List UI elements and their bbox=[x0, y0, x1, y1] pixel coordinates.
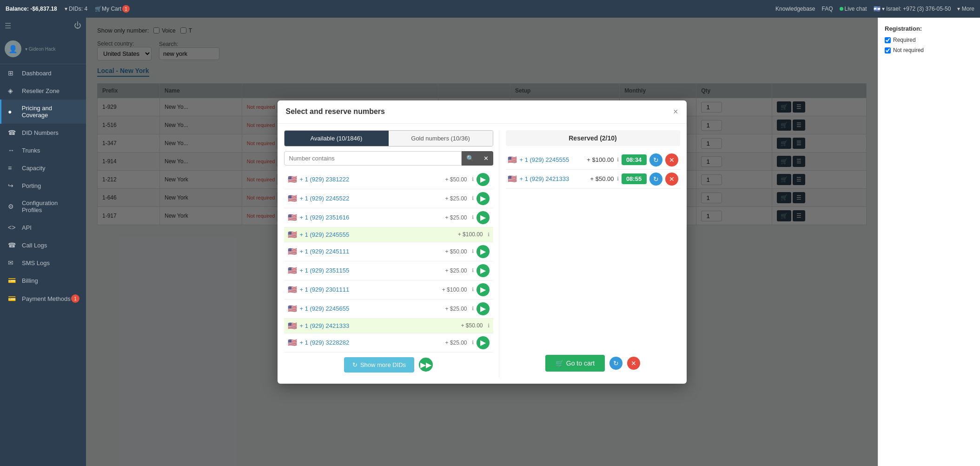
modal-title: Select and reserve numbers bbox=[286, 107, 385, 116]
number-price: + $25.00 bbox=[445, 214, 467, 221]
flag-icon: 🇺🇸 bbox=[288, 213, 297, 222]
add-number-button[interactable]: ▶ bbox=[477, 173, 490, 186]
price-info-icon: ℹ bbox=[472, 340, 474, 346]
add-number-button[interactable]: ▶ bbox=[477, 302, 490, 315]
sidebar-item-dashboard[interactable]: ⊞ Dashboard bbox=[0, 64, 86, 82]
number-list-item: 🇺🇸 + 1 (929) 2245111 + $50.00 ℹ ▶ bbox=[284, 242, 493, 261]
number-list-item: 🇺🇸 + 1 (929) 2381222 + $50.00 ℹ ▶ bbox=[284, 170, 493, 189]
reserved-info-icon: ℹ bbox=[617, 157, 619, 163]
number-price: + $50.00 bbox=[445, 176, 467, 183]
number-search-input[interactable] bbox=[284, 151, 462, 166]
not-required-text: Not required bbox=[893, 47, 924, 53]
add-number-button[interactable]: ▶ bbox=[477, 283, 490, 296]
sidebar-item-pricing-coverage[interactable]: ● Pricing and Coverage bbox=[0, 100, 86, 124]
flag-icon: 🇺🇸 bbox=[288, 338, 297, 347]
payment-badge: 1 bbox=[71, 294, 79, 303]
sidebar-item-billing[interactable]: 💳 Billing bbox=[0, 272, 86, 289]
reserved-list: 🇺🇸 + 1 (929) 2245555 + $100.00 ℹ 08:34 ↻… bbox=[506, 151, 680, 189]
number-list: 🇺🇸 + 1 (929) 2381222 + $50.00 ℹ ▶ 🇺🇸 + 1… bbox=[284, 170, 493, 353]
pricing-icon: ● bbox=[8, 108, 17, 115]
tab-available[interactable]: Available (10/1846) bbox=[285, 131, 389, 146]
sidebar-item-label: Payment Methods bbox=[22, 295, 71, 302]
sidebar-item-capacity[interactable]: ≡ Capacity bbox=[0, 159, 86, 177]
refresh-reserved-button[interactable]: ↻ bbox=[609, 357, 622, 370]
phone-number-link[interactable]: + 1 (929) 2421333 bbox=[300, 322, 458, 329]
remove-number-button[interactable]: ✕ bbox=[665, 173, 678, 186]
cart[interactable]: 🛒 My Cart 1 bbox=[95, 5, 130, 13]
sidebar-controls: ☰ ⏻ bbox=[0, 18, 86, 34]
reserved-price: + $50.00 bbox=[590, 175, 614, 182]
required-checkbox-label[interactable]: Required bbox=[885, 37, 973, 43]
phone-number-link[interactable]: + 1 (929) 2301111 bbox=[300, 286, 439, 293]
sidebar-item-payment-methods[interactable]: 💳 Payment Methods 1 bbox=[0, 289, 86, 308]
add-number-button[interactable]: ▶ bbox=[477, 211, 490, 224]
modal-close-button[interactable]: × bbox=[673, 107, 678, 117]
reserved-phone-link[interactable]: + 1 (929) 2421333 bbox=[520, 175, 588, 182]
flag-icon: 🇺🇸 bbox=[288, 266, 297, 275]
show-more-row: ↻ Show more DIDs ▶▶ bbox=[284, 353, 493, 377]
payment-icon: 💳 bbox=[8, 295, 17, 302]
sidebar-item-call-logs[interactable]: ☎ Call Logs bbox=[0, 236, 86, 254]
registration-label: Registration: bbox=[885, 25, 973, 32]
sms-icon: ✉ bbox=[8, 259, 17, 266]
refresh-number-button[interactable]: ↻ bbox=[649, 153, 662, 166]
flag-icon: 🇺🇸 bbox=[288, 175, 297, 184]
sidebar-item-trunks[interactable]: ↔ Trunks bbox=[0, 141, 86, 159]
not-required-checkbox[interactable] bbox=[885, 47, 891, 53]
number-list-item: 🇺🇸 + 1 (929) 2245555 + $100.00 ℹ bbox=[284, 227, 493, 242]
topbar-left: Balance: -$6,837.18 ▾ DIDs: 4 🛒 My Cart … bbox=[6, 5, 130, 13]
reserved-phone-link[interactable]: + 1 (929) 2245555 bbox=[520, 156, 584, 163]
required-text: Required bbox=[893, 37, 916, 43]
porting-icon: ↪ bbox=[8, 182, 17, 189]
go-to-cart-button[interactable]: 🛒 Go to cart bbox=[545, 355, 605, 372]
sidebar-item-label: Trunks bbox=[22, 147, 40, 154]
phone-number-link[interactable]: + 1 (929) 2245522 bbox=[300, 195, 443, 202]
show-more-button[interactable]: ↻ Show more DIDs bbox=[344, 357, 414, 373]
sidebar-item-reseller-zone[interactable]: ◈ Reseller Zone bbox=[0, 82, 86, 100]
tab-gold[interactable]: Gold numbers (10/36) bbox=[389, 131, 493, 146]
sidebar-item-label: Call Logs bbox=[22, 242, 47, 249]
phone-number-link[interactable]: + 1 (929) 2245111 bbox=[300, 248, 443, 255]
faq-link[interactable]: FAQ bbox=[822, 6, 833, 12]
main-content: Show only number: Voice T Select country… bbox=[86, 18, 878, 466]
call-logs-icon: ☎ bbox=[8, 241, 17, 249]
add-number-button[interactable]: ▶ bbox=[477, 245, 490, 258]
remove-number-button[interactable]: ✕ bbox=[665, 153, 678, 166]
phone-number-link[interactable]: + 1 (929) 2381222 bbox=[300, 176, 443, 183]
next-page-button[interactable]: ▶▶ bbox=[419, 358, 433, 372]
phone-number-link[interactable]: + 1 (929) 2245655 bbox=[300, 305, 443, 312]
sidebar-item-config-profiles[interactable]: ⚙ Configuration Profiles bbox=[0, 194, 86, 219]
not-required-checkbox-label[interactable]: Not required bbox=[885, 47, 973, 53]
add-number-button[interactable]: ▶ bbox=[477, 336, 490, 349]
number-list-item: 🇺🇸 + 1 (929) 2245522 + $25.00 ℹ ▶ bbox=[284, 189, 493, 208]
knowledgebase-link[interactable]: Knowledgebase bbox=[775, 6, 815, 12]
required-checkbox[interactable] bbox=[885, 37, 891, 43]
number-price: + $25.00 bbox=[445, 306, 467, 312]
did-icon: ☎ bbox=[8, 129, 17, 136]
phone-number-link[interactable]: + 1 (929) 3228282 bbox=[300, 339, 443, 346]
phone-number-link[interactable]: + 1 (929) 2351155 bbox=[300, 267, 443, 274]
add-number-button[interactable]: ▶ bbox=[477, 264, 490, 277]
sidebar-item-label: Billing bbox=[22, 277, 38, 284]
number-list-item: 🇺🇸 + 1 (929) 2421333 + $50.00 ℹ bbox=[284, 319, 493, 333]
clear-reserved-button[interactable]: ✕ bbox=[627, 357, 640, 370]
number-search-button[interactable]: 🔍 bbox=[462, 151, 479, 166]
dids[interactable]: ▾ DIDs: 4 bbox=[65, 6, 87, 12]
sidebar-item-api[interactable]: <> API bbox=[0, 219, 86, 236]
number-price: + $50.00 bbox=[445, 248, 467, 255]
more-btn[interactable]: ▾ More bbox=[957, 6, 974, 12]
sidebar-item-porting[interactable]: ↪ Porting bbox=[0, 177, 86, 194]
add-number-button[interactable]: ▶ bbox=[477, 192, 490, 205]
phone-number-link[interactable]: + 1 (929) 2245555 bbox=[300, 231, 455, 238]
sidebar-item-sms-logs[interactable]: ✉ SMS Logs bbox=[0, 254, 86, 272]
number-search-clear[interactable]: ✕ bbox=[479, 151, 493, 166]
number-price: + $25.00 bbox=[445, 340, 467, 346]
refresh-number-button[interactable]: ↻ bbox=[649, 173, 662, 186]
sidebar-item-did-numbers[interactable]: ☎ DID Numbers bbox=[0, 124, 86, 141]
power-icon[interactable]: ⏻ bbox=[74, 21, 81, 30]
hamburger-icon[interactable]: ☰ bbox=[5, 21, 11, 30]
cart-icon: 🛒 bbox=[556, 359, 563, 367]
refresh-icon: ↻ bbox=[352, 361, 358, 368]
phone-number-link[interactable]: + 1 (929) 2351616 bbox=[300, 214, 443, 221]
reserved-header: Reserved (2/10) bbox=[506, 130, 680, 146]
